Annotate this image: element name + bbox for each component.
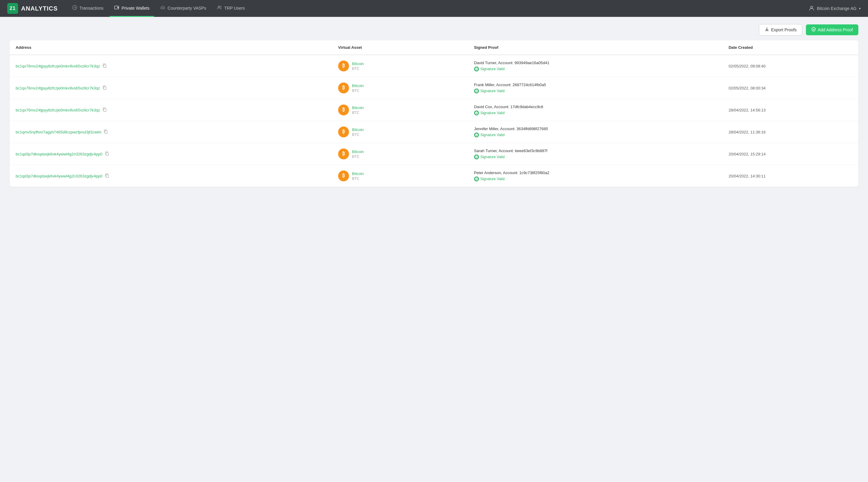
table-row: bc1qx76mx24tjpyy8zfczje0mkv9vs65vz6cr7k3… (10, 55, 858, 77)
date-created: 20/04/2022, 15:29:14 (728, 152, 766, 156)
asset-info: Bitcoin BTC (352, 127, 364, 137)
signature-valid-icon (474, 110, 479, 116)
svg-text:₿: ₿ (342, 151, 345, 156)
signature-valid-text: Signature Valid (480, 111, 505, 115)
address-link[interactable]: bc1qx76mx24tjpyy8zfczje0mkv9vs65vz6cr7k3… (16, 64, 100, 68)
trp-users-icon (217, 5, 222, 11)
nav-trp-users[interactable]: TRP Users (212, 0, 250, 17)
signature-valid-icon (474, 67, 479, 71)
asset-info: Bitcoin BTC (352, 105, 364, 115)
asset-name[interactable]: Bitcoin (352, 149, 364, 155)
proof-cell: Jennifer Miller, Account: 3634ffd898f276… (474, 127, 717, 137)
svg-point-24 (475, 178, 478, 181)
copy-icon[interactable] (102, 107, 107, 113)
asset-name[interactable]: Bitcoin (352, 61, 364, 67)
proof-name: David Turner, Account: 993949ae16a05d41 (474, 61, 717, 65)
brand-logo: 21 ANALYTICS (7, 3, 58, 14)
bitcoin-icon: ₿ (338, 149, 349, 159)
signature-valid-text: Signature Valid (480, 133, 505, 137)
brand-name: ANALYTICS (21, 5, 58, 12)
svg-point-21 (475, 155, 478, 158)
svg-point-15 (475, 111, 478, 115)
proof-status: Signature Valid (474, 133, 717, 137)
asset-name[interactable]: Bitcoin (352, 105, 364, 110)
svg-point-12 (475, 90, 478, 93)
bitcoin-icon: ₿ (338, 83, 349, 93)
svg-text:₿: ₿ (342, 173, 345, 178)
asset-ticker: BTC (352, 133, 364, 137)
signature-valid-text: Signature Valid (480, 89, 505, 93)
svg-point-4 (218, 6, 220, 7)
nav-counterparty-vasps-label: Counterparty VASPs (167, 6, 206, 10)
proof-cell: Peter Anderson, Account: 1c9c738f25f80a2… (474, 170, 717, 181)
svg-rect-10 (104, 87, 106, 90)
proof-cell: David Turner, Account: 993949ae16a05d41 … (474, 61, 717, 71)
asset-name[interactable]: Bitcoin (352, 83, 364, 89)
address-cell: bc1qmv5nyffxm7agyh7465d9czpwcfpnul3jf2cw… (16, 130, 326, 135)
proof-status: Signature Valid (474, 110, 717, 116)
counterparty-vasps-icon (160, 5, 165, 11)
address-cell: bc1qx76mx24tjpyy8zfczje0mkv9vs65vz6cr7k3… (16, 86, 326, 91)
export-proofs-label: Export Proofs (771, 27, 797, 32)
address-cell: bc1qd3p7dksqdsejk6vk4ywwl4g2n3263zgdjv4p… (16, 173, 326, 179)
asset-ticker: BTC (352, 155, 364, 159)
asset-name[interactable]: Bitcoin (352, 171, 364, 176)
copy-icon[interactable] (102, 64, 107, 69)
asset-info: Bitcoin BTC (352, 61, 364, 71)
proof-name: Frank Miller, Account: 2687724c614fb0a5 (474, 83, 717, 87)
nav-transactions[interactable]: Transactions (67, 0, 108, 17)
proof-status: Signature Valid (474, 67, 717, 71)
svg-point-18 (475, 133, 478, 136)
copy-icon[interactable] (104, 130, 108, 135)
address-proofs-table: Address Virtual Asset Signed Proof Date … (10, 40, 858, 187)
svg-rect-22 (106, 175, 108, 178)
svg-rect-7 (104, 65, 106, 67)
date-created: 02/05/2022, 08:00:34 (728, 86, 766, 90)
asset-cell: ₿ Bitcoin BTC (338, 104, 462, 116)
copy-icon[interactable] (102, 86, 107, 91)
svg-rect-3 (162, 8, 164, 9)
date-created: 28/04/2022, 14:56:13 (728, 108, 766, 113)
column-header-date-created: Date Created (722, 40, 858, 55)
navbar: 21 ANALYTICS Transactions Private Wallet… (0, 0, 868, 17)
bitcoin-icon: ₿ (338, 61, 349, 71)
svg-rect-19 (106, 153, 108, 155)
main-nav: Transactions Private Wallets Counterpart… (67, 0, 800, 17)
signature-valid-icon (474, 155, 479, 159)
address-link[interactable]: bc1qmv5nyffxm7agyh7465d9czpwcfpnul3jf2cw… (16, 130, 101, 134)
signature-valid-icon (474, 89, 479, 93)
address-link[interactable]: bc1qx76mx24tjpyy8zfczje0mkv9vs65vz6cr7k3… (16, 86, 100, 90)
copy-icon[interactable] (105, 173, 109, 179)
proof-name: Jennifer Miller, Account: 3634ffd898f276… (474, 127, 717, 131)
transactions-icon (72, 5, 77, 11)
user-menu[interactable]: Bitcoin Exchange AG ▾ (809, 5, 861, 12)
asset-name[interactable]: Bitcoin (352, 127, 364, 133)
export-proofs-button[interactable]: Export Proofs (759, 24, 802, 36)
add-address-proof-button[interactable]: Add Address Proof (806, 24, 858, 35)
svg-text:₿: ₿ (342, 85, 345, 90)
nav-private-wallets-label: Private Wallets (121, 6, 150, 10)
asset-ticker: BTC (352, 67, 364, 71)
nav-counterparty-vasps[interactable]: Counterparty VASPs (156, 0, 211, 17)
svg-rect-16 (105, 131, 107, 133)
date-created: 20/04/2022, 14:30:11 (728, 174, 766, 178)
signature-valid-icon (474, 176, 479, 181)
proof-cell: Sarah Turner, Account: beee63ef3c9b887f … (474, 149, 717, 159)
address-link[interactable]: bc1qx76mx24tjpyy8zfczje0mkv9vs65vz6cr7k3… (16, 108, 100, 113)
address-link[interactable]: bc1qd3p7dksqdsejk6vk4ywwl4g2n3263zgdjv4p… (16, 174, 102, 178)
add-address-proof-label: Add Address Proof (818, 27, 853, 32)
svg-text:₿: ₿ (342, 107, 345, 112)
proof-name: Peter Anderson, Account: 1c9c738f25f80a2 (474, 170, 717, 175)
user-name: Bitcoin Exchange AG (817, 6, 857, 11)
svg-point-9 (475, 67, 478, 70)
svg-point-5 (220, 6, 221, 7)
nav-private-wallets[interactable]: Private Wallets (110, 0, 154, 17)
table-row: bc1qd3p7dksqdsejk6vk4ywwl4g2n3263zgdjv4p… (10, 165, 858, 187)
asset-cell: ₿ Bitcoin BTC (338, 83, 462, 93)
proof-status: Signature Valid (474, 89, 717, 93)
svg-rect-2 (117, 7, 119, 8)
copy-icon[interactable] (105, 152, 109, 157)
column-header-address: Address (10, 40, 332, 55)
address-link[interactable]: bc1qd3p7dksqdsejk6vk4ywwl4g2n3263zgdjv4p… (16, 152, 102, 156)
address-cell: bc1qx76mx24tjpyy8zfczje0mkv9vs65vz6cr7k3… (16, 107, 326, 113)
